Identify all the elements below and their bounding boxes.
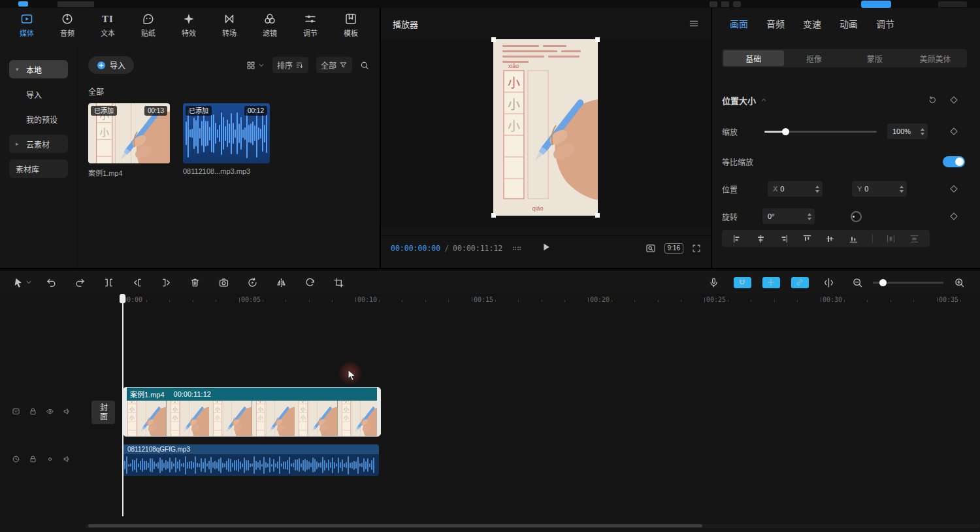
eye-icon[interactable] [46,407,54,416]
align-bottom-icon[interactable] [849,234,858,244]
position-x-field[interactable]: X 0 [768,181,823,197]
media-toolbar-transition[interactable]: 转场 [209,12,250,42]
timeline-zoom-slider[interactable] [872,271,945,293]
aspect-ratio-button[interactable]: 9:16 [664,243,683,254]
reverse-button[interactable] [238,271,267,293]
speaker-icon[interactable] [63,407,71,416]
reset-icon[interactable] [928,95,937,105]
inspector-subtab-1[interactable]: 抠像 [784,50,845,66]
scrollbar-thumb[interactable] [88,524,702,527]
media-item-video[interactable]: xiǎo小小小qiáo 已添加 00:13 案例1.mp4 [88,103,170,178]
horizontal-scrollbar[interactable] [85,524,980,528]
link-button[interactable] [785,271,814,293]
record-dot-icon[interactable] [46,455,54,463]
rotate-value-field[interactable]: 0° [762,208,815,224]
magnet-button[interactable] [728,271,757,293]
view-mode-button[interactable] [246,61,265,70]
clock-icon[interactable] [12,455,20,463]
zoom-out-button[interactable] [843,271,872,293]
align-center-h-icon[interactable] [756,234,766,244]
collapse-track-icon[interactable] [12,407,20,416]
inspector-tab-4[interactable]: 调节 [876,17,894,30]
keyframe-diamond[interactable] [950,212,957,220]
preview-axis-button[interactable] [814,271,843,293]
media-toolbar-audio[interactable]: 音频 [47,12,88,42]
sidebar-item-2[interactable]: 我的预设 [9,110,68,128]
trim-left-button[interactable] [123,271,152,293]
media-toolbar-template[interactable]: 模板 [331,12,371,42]
media-toolbar-adjust[interactable]: 调节 [290,12,331,42]
scale-value-field[interactable]: 100% [887,124,928,139]
sidebar-item-4[interactable]: 素材库 [9,159,68,178]
sidebar-item-3[interactable]: ▸云素材 [9,135,68,153]
filter-button[interactable]: 全部 [316,57,352,73]
align-left-icon[interactable] [732,234,742,244]
slider-knob[interactable] [782,128,789,135]
stepper[interactable] [804,213,811,220]
keyframe-diamond[interactable] [950,185,957,192]
lock-icon[interactable] [29,455,37,463]
delete-button[interactable] [180,271,209,293]
video-preview[interactable]: xiǎo小小小qiáo [493,39,598,216]
inspector-tab-1[interactable]: 音频 [766,17,785,30]
media-toolbar-effects[interactable]: 特效 [169,12,209,42]
media-toolbar-text[interactable]: TI文本 [88,12,128,42]
speaker-icon[interactable] [63,455,71,463]
scale-slider[interactable] [764,131,877,133]
uniform-scale-toggle[interactable] [943,156,965,167]
keyframe-diamond[interactable] [950,127,957,135]
inspector-subtab-0[interactable]: 基础 [723,50,784,66]
titlebar-icon[interactable] [733,1,741,7]
titlebar-icon[interactable] [721,1,729,7]
video-thumbnail[interactable]: xiǎo小小小qiáo 已添加 00:13 [88,103,170,163]
record-audio-button[interactable] [699,271,728,293]
align-top-icon[interactable] [802,234,812,244]
media-toolbar-filter[interactable]: 滤镜 [250,12,290,42]
redo-button[interactable] [65,271,94,293]
media-toolbar-media[interactable]: 媒体 [7,12,47,42]
trim-right-button[interactable] [152,271,180,293]
video-clip[interactable]: 案例1.mp4 00:00:11:12 xiǎo小小小qiáoxiǎo小小小qi… [123,387,381,437]
collapse-icon[interactable] [760,97,767,103]
crop-button[interactable] [324,271,353,293]
pixel-preview-icon[interactable] [645,243,656,254]
inspector-tab-2[interactable]: 变速 [803,17,821,30]
distribute-v-icon[interactable] [909,234,919,244]
undo-button[interactable] [37,271,65,293]
inspector-subtab-2[interactable]: 蒙版 [845,50,906,66]
resize-handle[interactable] [595,213,600,218]
resize-handle[interactable] [491,37,496,42]
align-right-icon[interactable] [779,234,789,244]
resize-handle[interactable] [491,213,496,218]
play-button[interactable] [540,242,553,255]
keyframe-diamond[interactable] [950,96,957,103]
frame-view-icon[interactable] [512,243,522,254]
sidebar-item-0[interactable]: ▾本地 [9,60,68,78]
distribute-h-icon[interactable] [886,234,896,244]
rotation-knob[interactable] [851,211,862,222]
titlebar-control[interactable] [938,1,967,7]
inspector-tab-3[interactable]: 动画 [840,17,858,30]
position-y-field[interactable]: Y 0 [852,181,907,197]
audio-clip[interactable]: 08112108qGFfG.mp3 [123,444,379,476]
search-button[interactable] [360,61,369,70]
rotate-button[interactable] [295,271,324,293]
media-toolbar-sticker[interactable]: 贴纸 [128,12,169,42]
hamburger-menu-icon[interactable] [689,18,699,29]
cursor-button[interactable] [8,271,37,293]
resize-handle[interactable] [595,37,600,42]
titlebar-icon[interactable] [710,1,717,7]
stepper[interactable] [811,186,819,193]
import-button[interactable]: 导入 [88,56,134,74]
snap-button[interactable] [757,271,785,293]
mirror-button[interactable] [267,271,295,293]
playhead[interactable] [119,293,127,518]
stepper[interactable] [896,186,904,193]
inspector-subtab-3[interactable]: 美颜美体 [905,50,966,66]
audio-thumbnail[interactable]: 已添加 00:12 [183,103,270,163]
sidebar-item-1[interactable]: 导入 [9,85,68,103]
media-item-audio[interactable]: 已添加 00:12 08112108...mp3.mp3 [183,103,270,178]
cover-button[interactable]: 封面 [91,401,115,424]
sort-button[interactable]: 排序 [272,57,308,73]
freeze-frame-button[interactable] [209,271,238,293]
